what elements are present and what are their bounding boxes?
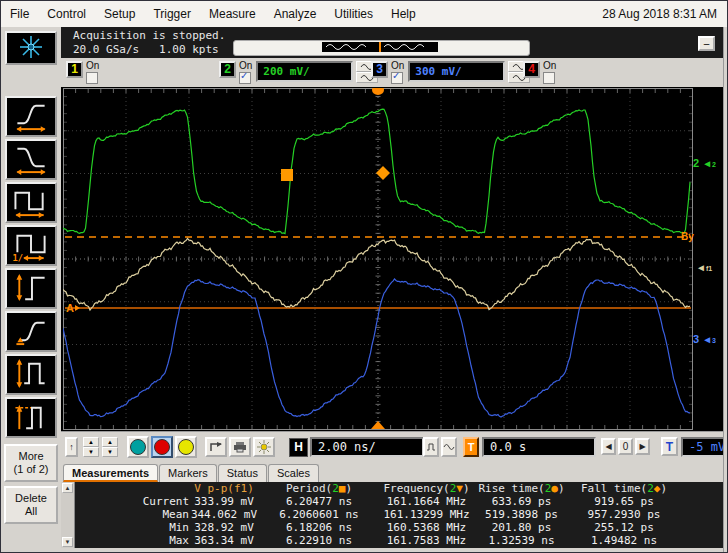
ground-marker-2[interactable]: 2 ◄2 xyxy=(693,157,723,169)
nudge-right-button[interactable]: ▶ xyxy=(635,438,650,455)
overview-waveform-icon xyxy=(322,42,438,52)
channel-marker-gutter: 2 ◄2 ◄f13 ◄3By xyxy=(693,87,723,431)
scale-up-button[interactable]: ▲ xyxy=(83,437,99,447)
menu-item-utilities[interactable]: Utilities xyxy=(325,7,382,21)
measurement-value: 161.13299 MHz xyxy=(379,508,474,521)
measurements-scrollbar[interactable]: ▲ ▼ xyxy=(61,482,75,548)
measurement-value: 6.18206 ns xyxy=(259,521,379,534)
scroll-up-arrow[interactable]: ▲ xyxy=(62,483,73,493)
channel-3-scale-display[interactable]: 300 mV/ xyxy=(408,61,505,82)
ground-marker-3[interactable]: 3 ◄3 xyxy=(693,333,723,345)
scroll-down-arrow[interactable]: ▼ xyxy=(62,537,73,547)
trigger-level-display[interactable]: -5 mV xyxy=(681,437,728,457)
peak-peak-measure-button[interactable]: .w{stroke:#e8e8e8;stroke-width:2;fill:no… xyxy=(5,354,57,395)
sun-icon xyxy=(257,440,271,454)
measurement-value: 957.2930 ps xyxy=(569,508,679,521)
plus-width-measure-button[interactable]: .w{stroke:#e8e8e8;stroke-width:2;fill:no… xyxy=(5,182,57,223)
datetime-label: 28 Aug 2018 8:31 AM xyxy=(602,7,727,21)
horizontal-scale-display[interactable]: 2.00 ns/ xyxy=(310,437,424,457)
sine-view-button[interactable] xyxy=(441,437,457,457)
waveform-display[interactable]: A xyxy=(63,88,693,430)
menu-item-control[interactable]: Control xyxy=(38,7,95,21)
channel-4-button[interactable]: 4 xyxy=(523,61,540,78)
channel-2-on-checkbox[interactable] xyxy=(239,72,251,84)
menu-item-analyze[interactable]: Analyze xyxy=(265,7,326,21)
ground-marker-f1[interactable]: ◄f1 xyxy=(693,261,723,273)
channel-1-on-checkbox[interactable] xyxy=(86,72,98,84)
channel-4-on-checkbox[interactable] xyxy=(543,72,555,84)
offset-up-button[interactable]: ▲ xyxy=(102,437,118,447)
menu-item-file[interactable]: File xyxy=(1,7,38,21)
fall-time-measure-button[interactable]: .w{stroke:#e8e8e8;stroke-width:2;fill:no… xyxy=(5,139,57,180)
measurement-value: 160.5368 MHz xyxy=(379,521,474,534)
channel-3-on-checkbox[interactable] xyxy=(391,72,403,84)
oscilloscope-window: FileControlSetupTriggerMeasureAnalyzeUti… xyxy=(0,0,728,553)
marker-yellow-button[interactable] xyxy=(175,436,197,458)
row-label: Mean xyxy=(74,508,189,521)
menu-item-help[interactable]: Help xyxy=(382,7,425,21)
measurement-column-header: Fall time(2◆) xyxy=(569,482,679,495)
marker-teal-button[interactable] xyxy=(127,436,149,458)
channel-2-scale-display[interactable]: 200 mV/ xyxy=(256,61,353,82)
print-button[interactable] xyxy=(229,437,251,457)
scale-down-button[interactable]: ▼ xyxy=(83,447,99,457)
delete-all-button[interactable]: Delete All xyxy=(4,486,58,524)
measurement-row-current: Current333.99 mV6.20477 ns161.1664 MHz63… xyxy=(74,495,723,508)
svg-text:A: A xyxy=(66,302,74,314)
measurement-row-mean: Mean344.062 mV6.2060601 ns161.13299 MHz5… xyxy=(74,508,723,521)
base-icon: .w{stroke:#e8e8e8;stroke-width:2;fill:no… xyxy=(9,313,53,348)
minimize-button[interactable]: – xyxy=(698,36,715,51)
channel-2-button[interactable]: 2 xyxy=(219,61,236,78)
right-edge-strip xyxy=(723,27,728,553)
horizontal-position-display[interactable]: 0.0 s xyxy=(482,437,596,457)
touch-button[interactable] xyxy=(205,437,227,457)
amplitude-measure-button[interactable]: .w{stroke:#e8e8e8;stroke-width:2;fill:no… xyxy=(5,268,57,309)
timebase-overview-bar[interactable] xyxy=(233,40,530,56)
channel-3-button[interactable]: 3 xyxy=(371,61,388,78)
nudge-zero-button[interactable]: 0 xyxy=(618,438,633,455)
printer-icon xyxy=(233,441,247,453)
menu-item-measure[interactable]: Measure xyxy=(200,7,265,21)
measurement-row-max: Max363.34 mV6.22910 ns161.7583 MHz1.3253… xyxy=(74,534,723,547)
offset-down-button[interactable]: ▼ xyxy=(102,447,118,457)
frequency-icon: .w{stroke:#e8e8e8;stroke-width:2;fill:no… xyxy=(9,227,53,262)
tab-status[interactable]: Status xyxy=(218,464,267,482)
nudge-left-button[interactable]: ◀ xyxy=(601,438,616,455)
trigger-position-button[interactable]: T xyxy=(463,437,479,457)
tab-measurements[interactable]: Measurements xyxy=(63,464,158,482)
menu-item-trigger[interactable]: Trigger xyxy=(144,7,200,21)
peak-peak-icon: .w{stroke:#e8e8e8;stroke-width:2;fill:no… xyxy=(9,356,53,391)
measurement-value: 6.22910 ns xyxy=(259,534,379,547)
measurement-value: 344.062 mV xyxy=(189,508,259,521)
measurement-value: 6.2060601 ns xyxy=(259,508,379,521)
marker-flag-icon: ◄f1 xyxy=(696,262,712,273)
acquisition-window-segment[interactable] xyxy=(322,42,438,52)
measurements-panel: ▲ ▼ V p-p(f1)Period(2■)Frequency(2▼)Rise… xyxy=(61,482,723,548)
rise-time-measure-button[interactable]: .w{stroke:#e8e8e8;stroke-width:2;fill:no… xyxy=(5,96,57,137)
menu-item-setup[interactable]: Setup xyxy=(95,7,144,21)
vertical-scale-spinner: ▲▼ xyxy=(83,437,99,457)
tab-scales[interactable]: Scales xyxy=(268,464,319,482)
base-measure-button[interactable]: .w{stroke:#e8e8e8;stroke-width:2;fill:no… xyxy=(5,311,57,352)
display-brightness-button[interactable] xyxy=(253,437,275,457)
measurement-value: 633.69 ps xyxy=(474,495,569,508)
channel-1-on-label: On xyxy=(86,61,99,71)
top-measure-button[interactable]: .w{stroke:#e8e8e8;stroke-width:2;fill:no… xyxy=(5,397,57,438)
row-label: Min xyxy=(74,521,189,534)
fall-time-icon: .w{stroke:#e8e8e8;stroke-width:2;fill:no… xyxy=(9,141,53,176)
tab-markers[interactable]: Markers xyxy=(159,464,217,482)
frequency-measure-button[interactable]: .w{stroke:#e8e8e8;stroke-width:2;fill:no… xyxy=(5,225,57,266)
channel-1-button[interactable]: 1 xyxy=(66,61,83,78)
channel-1-controls: 1 On xyxy=(66,61,99,84)
marker-by-label[interactable]: By xyxy=(681,231,694,242)
menu-bar: FileControlSetupTriggerMeasureAnalyzeUti… xyxy=(1,1,727,28)
more-measurements-button[interactable]: More (1 of 2) xyxy=(4,444,58,482)
measurement-value: 201.80 ps xyxy=(474,521,569,534)
infiniium-logo-button[interactable] xyxy=(5,31,57,65)
measurement-column-header: V p-p(f1) xyxy=(189,482,259,495)
marker-red-button[interactable] xyxy=(151,436,173,458)
trigger-level-button[interactable]: T xyxy=(661,437,678,456)
scroll-up-button[interactable]: ↑ xyxy=(65,437,78,457)
teal-circle-icon xyxy=(130,439,146,455)
zoom-waveform-button[interactable] xyxy=(423,437,439,457)
